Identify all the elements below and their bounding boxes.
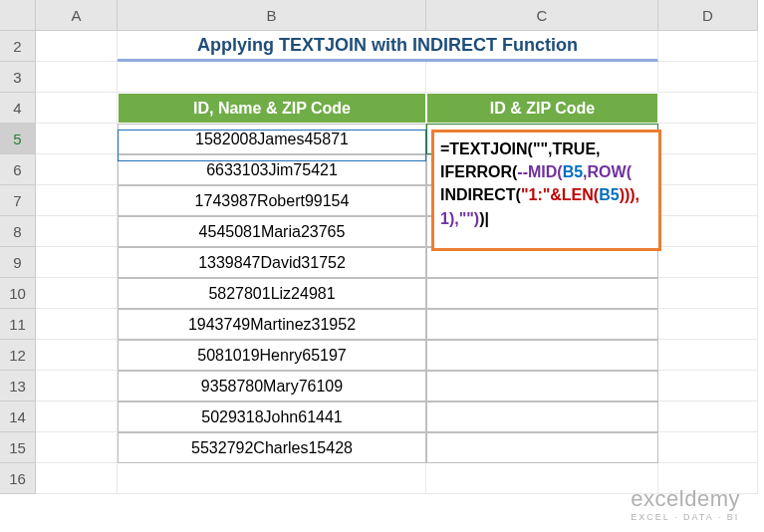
cell[interactable] (658, 62, 758, 93)
formula-text: =TEXTJOIN("",TRUE, (440, 140, 601, 157)
cell[interactable] (658, 31, 758, 62)
cell[interactable] (36, 371, 118, 401)
watermark-subtitle: EXCEL · DATA · BI (631, 512, 740, 522)
cell-C14[interactable] (426, 401, 658, 432)
cell-B14[interactable]: 5029318John61441 (118, 401, 426, 432)
formula-text: "1:"&LEN( (521, 186, 599, 203)
cell[interactable] (658, 340, 758, 371)
cell[interactable] (658, 185, 758, 216)
formula-text: 1),"") (440, 210, 479, 227)
formula-text: --MID( (517, 163, 562, 180)
row-header[interactable]: 3 (0, 62, 36, 93)
formula-text: INDIRECT( (440, 186, 521, 203)
cell-B10[interactable]: 5827801Liz24981 (118, 278, 426, 309)
cell[interactable] (658, 216, 758, 247)
cell[interactable] (36, 401, 118, 432)
cell-B8[interactable]: 4545081Maria23765 (118, 216, 426, 247)
cell[interactable] (658, 247, 758, 278)
formula-text: ,ROW( (583, 163, 632, 180)
row-header[interactable]: 13 (0, 371, 36, 401)
cell[interactable] (118, 463, 426, 494)
row-header[interactable]: 7 (0, 185, 36, 216)
cell[interactable] (36, 93, 118, 124)
cell[interactable] (658, 401, 758, 432)
formula-text: IFERROR( (440, 163, 517, 180)
page-title: Applying TEXTJOIN with INDIRECT Function (118, 31, 658, 62)
cell[interactable] (118, 62, 426, 93)
cell[interactable] (36, 432, 118, 463)
cell[interactable] (36, 185, 118, 216)
formula-text: ) (479, 210, 484, 227)
cell[interactable] (658, 93, 758, 124)
col-header-A[interactable]: A (36, 0, 118, 31)
row-header[interactable]: 9 (0, 247, 36, 278)
cell[interactable] (658, 154, 758, 185)
cell-B15[interactable]: 5532792Charles15428 (118, 432, 426, 463)
cell[interactable] (36, 278, 118, 309)
cell-B6[interactable]: 6633103Jim75421 (118, 154, 426, 185)
cell[interactable] (36, 309, 118, 340)
row-header[interactable]: 8 (0, 216, 36, 247)
cell-C15[interactable] (426, 432, 658, 463)
row-header[interactable]: 4 (0, 93, 36, 124)
cell[interactable] (36, 31, 118, 62)
row-header[interactable]: 6 (0, 154, 36, 185)
formula-text: ))), (620, 186, 639, 203)
row-header[interactable]: 16 (0, 463, 36, 494)
row-header[interactable]: 5 (0, 124, 36, 154)
formula-ref: B5 (599, 186, 619, 203)
row-header[interactable]: 2 (0, 31, 36, 62)
table-header[interactable]: ID, Name & ZIP Code (118, 93, 426, 124)
cell-C10[interactable] (426, 278, 658, 309)
cell-C12[interactable] (426, 340, 658, 371)
cell[interactable] (36, 247, 118, 278)
cell-C9[interactable] (426, 247, 658, 278)
cell-B12[interactable]: 5081019Henry65197 (118, 340, 426, 371)
cell[interactable] (658, 124, 758, 154)
corner-cell[interactable] (0, 0, 36, 31)
cell-B5[interactable]: 1582008James45871 (118, 124, 426, 154)
col-header-C[interactable]: C (426, 0, 658, 31)
formula-editor[interactable]: =TEXTJOIN("",TRUE, IFERROR(--MID(B5,ROW(… (431, 130, 661, 251)
cell[interactable] (426, 463, 658, 494)
table-header[interactable]: ID & ZIP Code (426, 93, 658, 124)
col-header-D[interactable]: D (658, 0, 758, 31)
watermark: exceldemy EXCEL · DATA · BI (631, 486, 740, 522)
row-header[interactable]: 14 (0, 401, 36, 432)
cell-B13[interactable]: 9358780Mary76109 (118, 371, 426, 401)
cell[interactable] (36, 340, 118, 371)
row-header[interactable]: 12 (0, 340, 36, 371)
cell[interactable] (426, 62, 658, 93)
cell-B11[interactable]: 1943749Martinez31952 (118, 309, 426, 340)
cell[interactable] (658, 278, 758, 309)
formula-ref: B5 (563, 163, 583, 180)
cell[interactable] (36, 463, 118, 494)
cell[interactable] (658, 432, 758, 463)
cell[interactable] (36, 124, 118, 154)
cell[interactable] (36, 154, 118, 185)
row-header[interactable]: 10 (0, 278, 36, 309)
cell[interactable] (658, 371, 758, 401)
cell[interactable] (658, 309, 758, 340)
row-header[interactable]: 15 (0, 432, 36, 463)
cell-B7[interactable]: 1743987Robert99154 (118, 185, 426, 216)
cell-C11[interactable] (426, 309, 658, 340)
cell-B9[interactable]: 1339847David31752 (118, 247, 426, 278)
row-header[interactable]: 11 (0, 309, 36, 340)
cell[interactable] (36, 216, 118, 247)
col-header-B[interactable]: B (118, 0, 426, 31)
watermark-title: exceldemy (631, 486, 740, 512)
cell-C13[interactable] (426, 371, 658, 401)
cell[interactable] (36, 62, 118, 93)
